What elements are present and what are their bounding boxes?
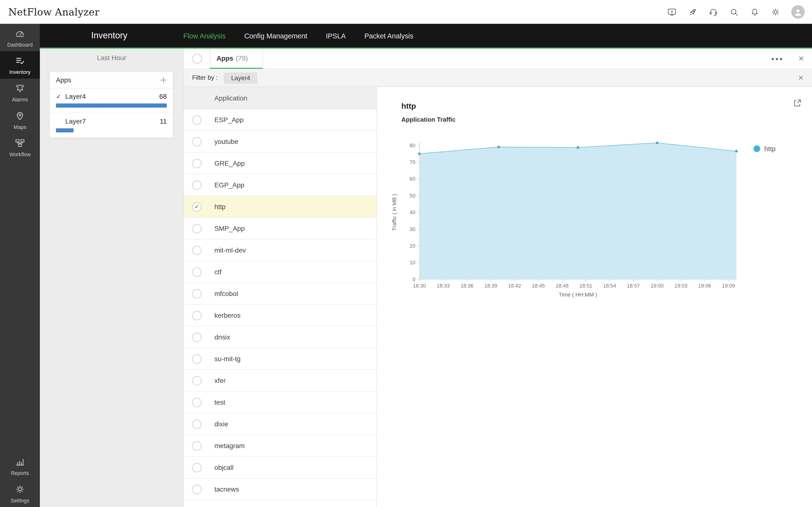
layer-filter-row-layer7[interactable]: Layer711 <box>50 113 173 137</box>
radio-unchecked[interactable] <box>192 180 202 190</box>
svg-text:40: 40 <box>410 210 415 215</box>
filter-bar: Filter by : Layer4 ✕ <box>184 69 812 87</box>
sidebar-item-maps[interactable]: Maps <box>0 106 40 133</box>
application-name: objcall <box>214 463 234 471</box>
sidebar-item-dashboard[interactable]: Dashboard <box>0 24 40 51</box>
radio-unchecked[interactable] <box>192 311 202 320</box>
sidebar-item-label: Workflow <box>9 152 31 157</box>
sidebar-spacer <box>0 161 40 452</box>
application-list-panel: Application ESP_AppyoutubeGRE_AppEGP_App… <box>184 87 377 507</box>
radio-unchecked[interactable] <box>192 485 202 494</box>
list-item-su-mit-tg[interactable]: su-mit-tg <box>184 348 376 370</box>
inventory-icon <box>14 55 26 67</box>
sidebar-item-reports[interactable]: Reports <box>0 452 40 480</box>
apps-tab[interactable]: Apps (79) <box>210 48 263 68</box>
add-filter-button[interactable]: + <box>160 76 167 83</box>
dashboard-icon <box>14 28 26 40</box>
nav-tab-config-management[interactable]: Config Management <box>244 32 307 40</box>
radio-checked[interactable]: ✓ <box>192 202 202 212</box>
radio-unchecked[interactable] <box>192 115 202 125</box>
notifications-bell-icon[interactable] <box>750 7 760 17</box>
alarms-icon <box>14 83 26 95</box>
list-item-test[interactable]: test <box>184 392 376 413</box>
detail-subtitle: Application Traffic <box>401 116 456 123</box>
radio-unchecked[interactable] <box>192 245 202 255</box>
layer-label: Layer7 <box>65 117 86 125</box>
radio-unchecked[interactable] <box>192 419 202 429</box>
sidebar-item-settings[interactable]: Settings <box>0 480 40 507</box>
rocket-icon[interactable] <box>688 7 698 17</box>
apps-tab-count: (79) <box>236 54 248 62</box>
list-item-mit-ml-dev[interactable]: mit-ml-dev <box>184 239 376 261</box>
traffic-chart-svg: 0102030405060708018:3018:3318:3618:3918:… <box>390 137 758 301</box>
list-item-http[interactable]: ✓http <box>184 196 376 218</box>
chart-legend[interactable]: http <box>754 145 775 153</box>
nav-tab-flow-analysis[interactable]: Flow Analysis <box>183 32 225 40</box>
radio-unchecked[interactable] <box>192 398 202 407</box>
layer-count: 68 <box>159 93 167 101</box>
list-item-kerberos[interactable]: kerberos <box>184 305 376 326</box>
settings-gear-icon[interactable] <box>771 7 780 17</box>
radio-unchecked[interactable] <box>192 224 202 233</box>
radio-unchecked[interactable] <box>192 289 202 298</box>
svg-text:19:00: 19:00 <box>651 283 664 289</box>
sidebar-item-inventory[interactable]: Inventory <box>0 51 40 79</box>
list-item-gre-app[interactable]: GRE_App <box>184 153 376 174</box>
svg-text:19:09: 19:09 <box>722 283 735 289</box>
nav-tab-packet-analysis[interactable]: Packet Analysis <box>364 32 413 40</box>
filter-chip-layer4[interactable]: Layer4 <box>224 72 257 84</box>
search-icon[interactable] <box>729 7 739 17</box>
list-item-esp-app[interactable]: ESP_App <box>184 109 376 131</box>
list-item-dixie[interactable]: dixie <box>184 413 376 435</box>
radio-unchecked[interactable] <box>192 332 202 342</box>
screen-share-icon[interactable] <box>667 7 677 17</box>
list-item-egp-app[interactable]: EGP_App <box>184 174 376 196</box>
sidebar-item-label: Alarms <box>12 97 28 103</box>
time-range-selector[interactable]: Last Hour <box>40 49 184 62</box>
list-item-metagram[interactable]: metagram <box>184 435 376 457</box>
nav-accent-line <box>40 48 812 49</box>
reports-icon <box>14 456 26 468</box>
traffic-chart: 0102030405060708018:3018:3318:3618:3918:… <box>390 137 758 304</box>
radio-unchecked[interactable] <box>192 354 202 363</box>
open-in-new-window-icon[interactable] <box>793 99 802 107</box>
radio-unchecked[interactable] <box>192 137 202 146</box>
list-item-partial <box>184 500 376 507</box>
user-avatar[interactable] <box>791 5 805 18</box>
svg-text:20: 20 <box>410 243 415 249</box>
list-item-objcall[interactable]: objcall <box>184 457 376 478</box>
select-all-checkbox[interactable] <box>192 54 202 63</box>
radio-unchecked[interactable] <box>192 376 202 385</box>
more-options-icon[interactable]: ●●● <box>771 56 784 61</box>
application-list-header: Application <box>184 87 376 109</box>
support-headset-icon[interactable] <box>708 7 718 17</box>
application-name: dixie <box>214 420 228 428</box>
svg-text:50: 50 <box>410 193 415 199</box>
radio-unchecked[interactable] <box>192 267 202 277</box>
module-title: Inventory <box>91 31 128 41</box>
list-item-youtube[interactable]: youtube <box>184 131 376 153</box>
sidebar-item-alarms[interactable]: Alarms <box>0 79 40 106</box>
list-item-smp-app[interactable]: SMP_App <box>184 218 376 239</box>
list-item-tacnews[interactable]: tacnews <box>184 478 376 500</box>
list-item-ctf[interactable]: ctf <box>184 261 376 283</box>
application-name: GRE_App <box>214 159 245 167</box>
workflow-icon <box>14 137 26 150</box>
list-item-xfer[interactable]: xfer <box>184 370 376 392</box>
list-item-mfcobol[interactable]: mfcobol <box>184 283 376 305</box>
detail-title: http <box>401 101 416 110</box>
list-item-dnsix[interactable]: dnsix <box>184 326 376 348</box>
close-tab-icon[interactable]: ✕ <box>798 54 804 62</box>
apps-filter-card: Apps + ✓Layer468Layer711 <box>49 71 173 138</box>
layer-filter-row-layer4[interactable]: ✓Layer468 <box>50 89 173 113</box>
layer-bar <box>56 104 167 108</box>
radio-unchecked[interactable] <box>192 441 202 451</box>
svg-text:18:36: 18:36 <box>461 283 474 289</box>
application-name: xfer <box>214 377 225 384</box>
radio-unchecked[interactable] <box>192 463 202 472</box>
nav-tab-ipsla[interactable]: IPSLA <box>326 32 346 40</box>
svg-text:18:57: 18:57 <box>627 283 640 289</box>
sidebar-item-workflow[interactable]: Workflow <box>0 133 40 161</box>
clear-filter-icon[interactable]: ✕ <box>798 74 812 81</box>
radio-unchecked[interactable] <box>192 159 202 168</box>
